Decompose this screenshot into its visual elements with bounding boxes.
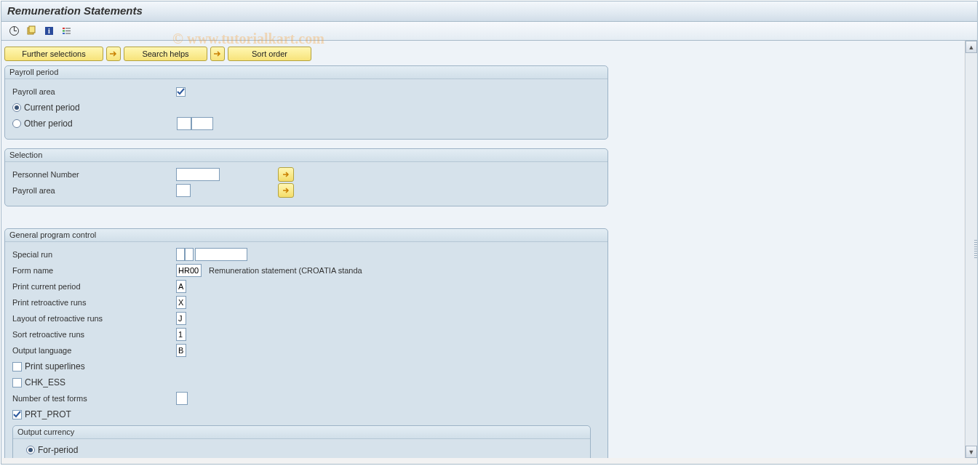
group-general-program-control: General program control Special run Form…: [4, 228, 608, 458]
search-helps-arrow-icon[interactable]: [106, 47, 121, 61]
prt-prot-label: PRT_PROT: [25, 409, 71, 419]
group-header: Selection: [5, 149, 607, 162]
print-retro-runs-label: Print retroactive runs: [12, 298, 176, 307]
print-current-period-label: Print current period: [12, 282, 176, 291]
sort-order-button[interactable]: Sort order: [228, 47, 311, 61]
svg-rect-7: [63, 28, 65, 29]
scroll-up-icon[interactable]: ▲: [965, 41, 977, 53]
svg-rect-8: [63, 30, 65, 31]
chk-ess-label: CHK_ESS: [25, 377, 65, 387]
current-period-label: Current period: [24, 103, 80, 113]
num-test-forms-input[interactable]: [176, 392, 188, 405]
sort-retro-label: Sort retroactive runs: [12, 330, 176, 339]
group-selection: Selection Personnel Number Payroll area: [4, 148, 608, 206]
group-output-currency: Output currency For-period In-period: [12, 425, 591, 458]
payroll-area-input[interactable]: [176, 184, 191, 197]
form-name-description: Remuneration statement (CROATIA standa: [209, 266, 362, 275]
layout-retro-input[interactable]: [176, 312, 186, 325]
other-period-input-1[interactable]: [177, 117, 191, 130]
personnel-number-input[interactable]: [176, 168, 220, 181]
personnel-number-more-button[interactable]: [278, 167, 294, 182]
special-run-label: Special run: [12, 250, 176, 259]
for-period-label: For-period: [38, 445, 78, 455]
scrollbar-grip-icon: [974, 240, 977, 259]
app-toolbar: i: [1, 22, 977, 41]
search-helps-button[interactable]: Search helps: [124, 47, 207, 61]
chk-ess-checkbox[interactable]: [12, 378, 22, 387]
info-icon[interactable]: i: [42, 24, 55, 37]
svg-text:i: i: [48, 27, 50, 35]
get-variant-icon[interactable]: [25, 24, 38, 37]
special-run-input-3[interactable]: [195, 248, 247, 261]
print-superlines-checkbox[interactable]: [12, 362, 22, 371]
execute-icon[interactable]: [7, 24, 20, 37]
form-name-label: Form name: [12, 266, 176, 275]
menu-icon[interactable]: [60, 24, 73, 37]
svg-rect-9: [63, 33, 65, 34]
payroll-area-more-button[interactable]: [278, 183, 294, 198]
payroll-area-checkbox[interactable]: [176, 87, 186, 97]
group-payroll-period: Payroll period Payroll area Current peri…: [4, 65, 608, 140]
group-header: Output currency: [13, 426, 590, 439]
other-period-input-2[interactable]: [191, 117, 213, 130]
layout-retro-label: Layout of retroactive runs: [12, 314, 176, 323]
print-superlines-label: Print superlines: [25, 361, 85, 371]
payroll-area-label: Payroll area: [12, 186, 176, 195]
page-title: Remuneration Statements: [1, 1, 977, 22]
selection-button-row: Further selections Search helps Sort ord…: [4, 47, 961, 61]
output-lang-input[interactable]: [176, 344, 186, 357]
output-lang-label: Output language: [12, 346, 176, 355]
special-run-input-2[interactable]: [185, 248, 194, 261]
form-name-input[interactable]: [176, 264, 202, 277]
prt-prot-checkbox[interactable]: [12, 410, 22, 419]
scroll-down-icon[interactable]: ▼: [965, 446, 977, 458]
group-header: General program control: [5, 229, 607, 242]
other-period-label: Other period: [24, 118, 177, 129]
sort-retro-input[interactable]: [176, 328, 186, 341]
print-retro-runs-input[interactable]: [176, 296, 186, 309]
other-period-radio[interactable]: [12, 119, 21, 128]
for-period-radio[interactable]: [26, 446, 35, 454]
current-period-radio[interactable]: [12, 103, 21, 112]
sort-order-arrow-icon[interactable]: [210, 47, 225, 61]
num-test-forms-label: Number of test forms: [12, 394, 176, 403]
payroll-area-label: Payroll area: [12, 87, 176, 96]
special-run-input-1[interactable]: [176, 248, 185, 261]
vertical-scrollbar[interactable]: ▲ ▼: [965, 41, 977, 458]
svg-rect-4: [29, 26, 35, 33]
personnel-number-label: Personnel Number: [12, 170, 176, 179]
group-header: Payroll period: [5, 66, 607, 79]
further-selections-button[interactable]: Further selections: [4, 47, 103, 61]
print-current-period-input[interactable]: [176, 280, 186, 293]
